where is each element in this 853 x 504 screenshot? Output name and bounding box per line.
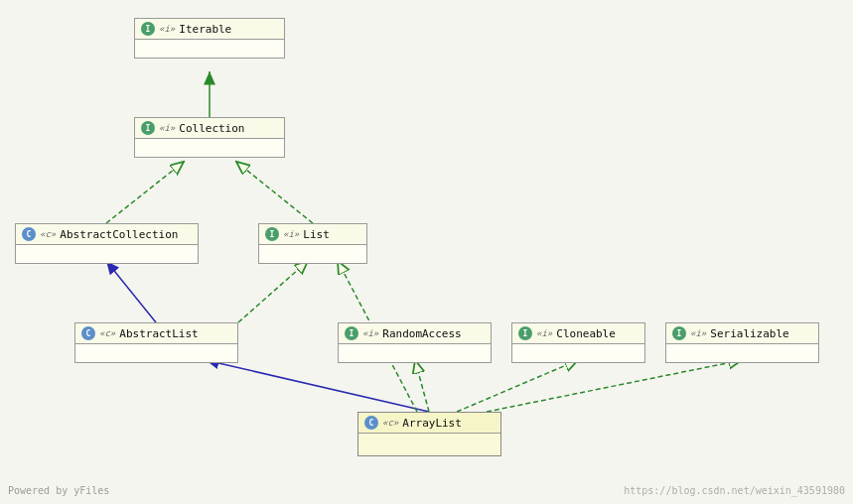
uml-body-serializable [666,344,818,362]
uml-box-list: I «i» List [258,223,367,264]
class-name-iterable: Iterable [179,23,231,36]
svg-line-9 [206,360,429,412]
uml-body-iterable [135,40,284,58]
class-name-arraylist: ArrayList [402,417,462,430]
footer-powered-by: Powered by yFiles [8,485,109,496]
uml-box-serializable: I «i» Serializable [665,322,819,363]
uml-box-iterable: I «i» Iterable [134,18,285,59]
uml-body-abstractlist [75,344,237,362]
uml-box-cloneable: I «i» Cloneable [511,322,645,363]
uml-body-list [259,245,366,263]
uml-box-abstractlist: C «c» AbstractList [74,322,238,363]
uml-header-iterable: I «i» Iterable [135,19,284,40]
svg-line-6 [236,162,313,223]
uml-header-list: I «i» List [259,224,366,245]
uml-box-collection: I «i» Collection [134,117,285,158]
uml-header-cloneable: I «i» Cloneable [512,323,644,344]
badge-serializable: I [672,326,686,340]
badge-iterable: I [141,22,155,36]
uml-box-randomaccess: I «i» RandomAccess [338,322,492,363]
class-name-list: List [303,228,330,241]
uml-body-cloneable [512,344,644,362]
class-name-abstractcollection: AbstractCollection [60,228,178,241]
badge-cloneable: I [518,326,532,340]
uml-box-abstractcollection: C «c» AbstractCollection [15,223,199,264]
svg-line-11 [415,360,429,412]
svg-line-12 [457,360,578,412]
class-name-collection: Collection [179,122,244,135]
uml-header-randomaccess: I «i» RandomAccess [339,323,491,344]
uml-body-randomaccess [339,344,491,362]
badge-randomaccess: I [345,326,358,340]
uml-header-collection: I «i» Collection [135,118,284,139]
badge-arraylist: C [364,416,378,430]
class-name-abstractlist: AbstractList [119,327,198,340]
badge-list: I [265,227,279,241]
diagram-container: I «i» Iterable I «i» Collection C «c» Ab… [0,0,853,504]
uml-header-abstractlist: C «c» AbstractList [75,323,237,344]
svg-line-13 [487,360,742,412]
uml-header-arraylist: C «c» ArrayList [358,413,500,434]
badge-collection: I [141,121,155,135]
class-name-cloneable: Cloneable [556,327,616,340]
uml-header-serializable: I «i» Serializable [666,323,818,344]
uml-body-abstractcollection [16,245,198,263]
class-name-serializable: Serializable [710,327,788,340]
class-name-randomaccess: RandomAccess [382,327,461,340]
svg-line-8 [238,261,308,322]
uml-body-collection [135,139,284,157]
uml-header-abstractcollection: C «c» AbstractCollection [16,224,198,245]
svg-line-5 [106,162,184,223]
footer-url: https://blog.csdn.net/weixin_43591980 [624,485,845,496]
badge-abstractlist: C [81,326,95,340]
badge-abstractcollection: C [22,227,36,241]
svg-line-7 [106,261,156,322]
uml-box-arraylist: C «c» ArrayList [357,412,501,456]
uml-body-arraylist [358,434,500,455]
